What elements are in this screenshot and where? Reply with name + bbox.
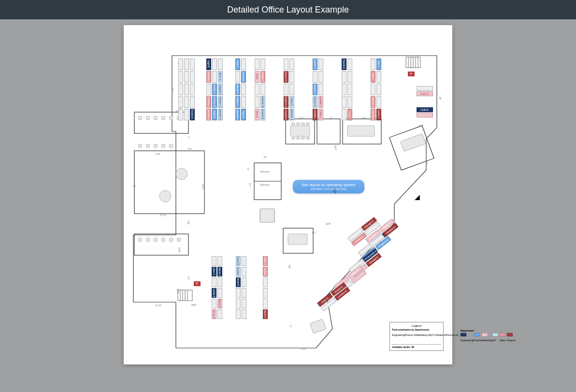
desk[interactable]: Hakeem U.	[218, 96, 223, 108]
desk[interactable]: Gustav M.	[212, 96, 217, 108]
desk[interactable]	[289, 84, 294, 95]
desk[interactable]	[255, 58, 259, 70]
desk[interactable]: Earvin R.	[313, 96, 317, 108]
desk[interactable]: Evander E.	[371, 109, 375, 120]
desk[interactable]	[190, 96, 195, 108]
desk[interactable]	[212, 256, 216, 266]
desk[interactable]	[242, 309, 246, 319]
desk[interactable]	[371, 84, 375, 95]
desk[interactable]	[178, 58, 183, 70]
desk[interactable]: Daxton D.	[284, 71, 288, 83]
desk[interactable]	[347, 58, 352, 70]
desk[interactable]: Inge B.	[206, 58, 211, 70]
desk[interactable]	[242, 256, 246, 266]
desk[interactable]	[417, 86, 433, 91]
desk[interactable]: Caoimhe T.	[371, 96, 375, 108]
desk[interactable]: Cathal P.	[212, 288, 216, 298]
desk[interactable]	[342, 109, 346, 120]
desk[interactable]: Alejandra W.	[235, 109, 240, 120]
desk[interactable]: Lucia E.	[263, 267, 268, 276]
desk[interactable]	[242, 288, 246, 298]
desk[interactable]	[347, 96, 352, 108]
desk[interactable]	[342, 71, 346, 83]
desk[interactable]: César R.	[236, 256, 241, 266]
desk[interactable]	[184, 96, 189, 108]
desk[interactable]: Hendrix C.	[212, 84, 217, 95]
desk[interactable]: Celestine M.	[218, 109, 223, 120]
desk[interactable]: Brighton S.	[284, 96, 288, 108]
desk[interactable]: Araceli B.	[260, 109, 265, 120]
desk[interactable]: Donatello N.	[318, 96, 323, 108]
desk[interactable]: Eira V.	[371, 71, 375, 83]
desk[interactable]: Ocean D.	[190, 109, 195, 120]
desk[interactable]	[376, 71, 381, 83]
desk[interactable]	[178, 96, 183, 108]
desk[interactable]: Delphine U.	[235, 96, 240, 108]
desk[interactable]: Jaya C.	[241, 109, 246, 120]
desk[interactable]	[417, 113, 433, 117]
desk[interactable]	[289, 71, 294, 83]
desk[interactable]: Calla N.	[318, 109, 323, 120]
desk[interactable]	[212, 299, 216, 308]
desk[interactable]	[217, 277, 222, 287]
desk[interactable]: Barra D.	[217, 299, 222, 308]
desk[interactable]: Hale V.	[235, 58, 240, 70]
desk[interactable]: Vitor C.	[255, 109, 259, 120]
desk[interactable]: Amberly K.	[206, 96, 211, 108]
desk[interactable]	[206, 84, 211, 95]
desk[interactable]: Andreas M.	[260, 96, 265, 108]
desk[interactable]: Gianna S.	[313, 84, 317, 95]
desk[interactable]	[218, 58, 223, 70]
desk[interactable]: Damana K.	[206, 109, 211, 120]
desk[interactable]	[212, 277, 216, 287]
desk[interactable]	[178, 84, 183, 95]
desk[interactable]	[284, 58, 288, 70]
desk[interactable]	[184, 109, 189, 120]
desk[interactable]: Adrienne S.	[289, 109, 294, 120]
desk[interactable]: Grant T.	[263, 256, 268, 266]
desk[interactable]	[235, 71, 240, 83]
desk[interactable]	[347, 71, 352, 83]
desk[interactable]: Iva A.	[347, 109, 352, 120]
floorplan-sheet[interactable]: ⇱ ⇱ See layout by operating system (Hold…	[124, 25, 452, 364]
desk[interactable]	[255, 96, 259, 108]
desk[interactable]	[263, 299, 268, 308]
desk[interactable]	[217, 288, 222, 298]
desk[interactable]	[371, 58, 375, 70]
desk[interactable]: Celia B.	[417, 107, 433, 112]
desk[interactable]: Ciorsdan C.	[236, 267, 241, 276]
desk[interactable]: Ezequiel D.	[284, 109, 288, 120]
desk[interactable]	[318, 71, 323, 83]
desk[interactable]: Cairo T.	[212, 267, 216, 276]
desk[interactable]: Otthilda I.	[313, 109, 317, 120]
desk[interactable]	[184, 71, 189, 83]
desk[interactable]: Channing H.	[206, 71, 211, 83]
desk[interactable]: Dakarai S.	[235, 84, 240, 95]
desk[interactable]	[184, 58, 189, 70]
desk[interactable]	[263, 277, 268, 287]
desk[interactable]	[342, 84, 346, 95]
desk[interactable]: Bram S.	[218, 71, 223, 83]
desk[interactable]	[263, 288, 268, 298]
desk[interactable]: Atlas R.	[212, 109, 217, 120]
desk[interactable]	[212, 58, 217, 70]
desk[interactable]	[241, 58, 246, 70]
desk[interactable]: Anastasia S.	[241, 71, 246, 83]
desk[interactable]	[184, 84, 189, 95]
desk[interactable]: Adaora J.	[217, 267, 222, 276]
desk[interactable]	[313, 71, 317, 83]
cta-link[interactable]: See layout by operating system (Hold Shi…	[293, 180, 364, 193]
desk[interactable]	[212, 71, 217, 83]
desk[interactable]	[236, 299, 241, 308]
desk[interactable]	[255, 84, 259, 95]
desk[interactable]	[190, 84, 195, 95]
desk[interactable]: Camya T.	[212, 309, 216, 319]
desk[interactable]	[318, 84, 323, 95]
desk[interactable]: Corey S.	[417, 91, 433, 96]
desk[interactable]	[260, 84, 265, 95]
desk[interactable]: Clayton M.	[263, 309, 268, 319]
desk[interactable]	[190, 71, 195, 83]
desk[interactable]: Joaquin A.	[260, 71, 265, 83]
desk[interactable]	[242, 267, 246, 276]
desk[interactable]: Langdon J.	[218, 84, 223, 95]
